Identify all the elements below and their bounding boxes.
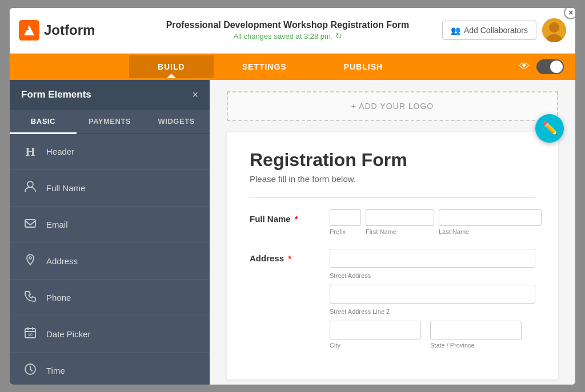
address-label: Address * [250,249,318,263]
sidebar-item-time[interactable]: Time [10,353,210,385]
avatar[interactable] [542,18,566,42]
firstname-group: First Name [366,209,434,235]
sidebar-item-date-picker[interactable]: 10 Date Picker [10,316,210,353]
preview-icon[interactable]: 👁 [519,60,530,72]
form-heading: Registration Form [250,149,535,171]
lastname-input[interactable] [439,209,542,226]
form-canvas: + ADD YOUR LOGO ✏️ Registration Form Ple… [210,80,575,385]
top-bar: Jotform Professional Development Worksho… [10,8,575,54]
add-collaborators-button[interactable]: 👥 Add Collaborators [442,21,536,40]
street-address-input[interactable] [330,249,535,268]
required-star-fullname: * [295,214,298,224]
prefix-input[interactable] [330,209,361,226]
sidebar-item-phone[interactable]: Phone [10,280,210,316]
close-button[interactable]: × [564,8,575,19]
sidebar-close-button[interactable]: × [192,89,198,101]
svg-point-6 [27,181,33,187]
fab-icon: ✏️ [542,121,558,136]
top-bar-actions: 👥 Add Collaborators [442,18,566,42]
fab-button[interactable]: ✏️ [535,114,564,143]
sidebar-item-label-email: Email [46,220,68,229]
logo-area: Jotform [19,20,133,41]
sidebar-tab-payments[interactable]: PAYMENTS [77,110,143,133]
svg-text:10: 10 [28,333,33,337]
street-address-2-input[interactable] [330,285,535,304]
modal-overlay: × Jotform Professional Development Works… [0,0,585,392]
main-content: Form Elements × BASIC PAYMENTS WIDGETS H… [10,80,575,385]
sidebar: Form Elements × BASIC PAYMENTS WIDGETS H… [10,80,210,385]
sidebar-item-full-name[interactable]: Full Name [10,170,210,207]
sidebar-item-label-fullname: Full Name [46,183,85,193]
city-state-row: City State / Province [330,321,535,349]
svg-point-8 [29,257,31,259]
collaborators-icon: 👥 [451,26,460,35]
state-sublabel: State / Province [430,342,522,349]
sidebar-tab-basic[interactable]: BASIC [10,110,77,134]
sidebar-item-label-phone: Phone [46,293,71,302]
sidebar-item-label-header: Header [46,147,74,156]
full-name-field-row: Full Name * Prefix First Name [250,209,535,235]
person-icon [23,180,37,196]
logo-text: Jotform [44,22,95,38]
city-input[interactable] [330,321,421,340]
sidebar-title: Form Elements [21,89,91,100]
sidebar-tabs: BASIC PAYMENTS WIDGETS [10,110,210,134]
jotform-logo-icon [19,20,39,41]
nav-tab-publish[interactable]: PUBLISH [315,55,411,78]
prefix-group: Prefix [330,209,361,235]
sidebar-tab-widgets[interactable]: WIDGETS [143,110,210,133]
city-group: City [330,321,421,349]
svg-point-4 [549,22,559,33]
street-address-sublabel: Street Address [330,272,535,279]
form-card: Registration Form Please fill in the for… [227,132,558,379]
save-status: All changes saved at 3:28 pm. ↻ [133,31,442,41]
required-star-address: * [288,253,291,263]
name-inputs-group: Prefix First Name Last Name [330,209,542,235]
lastname-group: Last Name [439,209,542,235]
refresh-icon: ↻ [335,31,342,41]
form-title: Professional Development Workshop Regist… [133,20,442,30]
logo-placeholder[interactable]: + ADD YOUR LOGO [227,91,558,121]
header-icon: H [23,144,37,159]
firstname-input[interactable] [366,209,434,226]
sidebar-item-address[interactable]: Address [10,243,210,280]
sidebar-item-label-address: Address [46,256,78,266]
form-divider [250,197,535,198]
prefix-sublabel: Prefix [330,228,361,235]
sidebar-item-label-datepicker: Date Picker [46,329,91,339]
street-address-2-sublabel: Street Address Line 2 [330,308,535,315]
clock-icon [23,363,37,378]
form-title-area: Professional Development Workshop Regist… [133,20,442,41]
sidebar-header: Form Elements × [10,80,210,110]
phone-icon [23,290,37,305]
nav-right: 👁 [519,59,564,74]
state-input[interactable] [430,321,522,340]
toggle-switch[interactable] [536,59,564,74]
lastname-sublabel: Last Name [439,228,542,235]
form-subheading: Please fill in the form below. [250,174,535,184]
calendar-icon: 10 [23,326,37,342]
address-inputs: Street Address Street Address Line 2 Cit… [330,249,535,349]
email-icon [23,217,37,232]
avatar-image [542,18,566,42]
firstname-sublabel: First Name [366,228,434,235]
nav-tabs: BUILD SETTINGS PUBLISH [21,55,519,78]
address-icon [23,253,37,269]
sidebar-item-label-time: Time [46,366,65,375]
toggle-knob [550,60,563,73]
full-name-label: Full Name * [250,209,318,224]
sidebar-items: H Header Full Name [10,134,210,385]
full-name-inputs: Prefix First Name Last Name [330,209,542,235]
add-collaborators-label: Add Collaborators [464,26,528,35]
city-sublabel: City [330,342,421,349]
address-field-row: Address * Street Address Street Address … [250,249,535,349]
nav-tab-build[interactable]: BUILD [129,55,214,78]
sidebar-item-header[interactable]: H Header [10,134,210,170]
sidebar-item-email[interactable]: Email [10,207,210,243]
state-group: State / Province [430,321,522,349]
modal: × Jotform Professional Development Works… [10,8,575,385]
svg-rect-7 [25,220,35,227]
nav-tab-settings[interactable]: SETTINGS [214,55,315,78]
nav-bar: BUILD SETTINGS PUBLISH 👁 [10,54,575,80]
